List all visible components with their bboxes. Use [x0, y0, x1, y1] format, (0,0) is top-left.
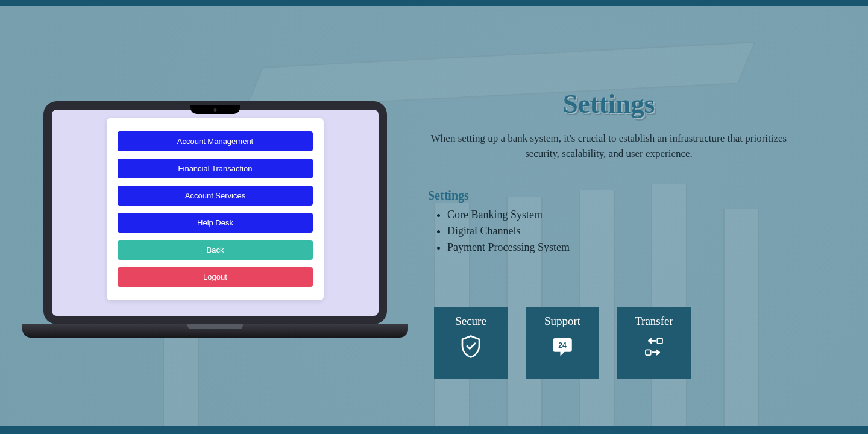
support-card: Support 24: [526, 307, 599, 379]
svg-point-5: [652, 351, 653, 353]
help-desk-button[interactable]: Help Desk: [118, 213, 313, 233]
list-item: Digital Channels: [447, 225, 790, 237]
card-title: Transfer: [635, 315, 673, 328]
logout-button[interactable]: Logout: [118, 267, 313, 287]
laptop-base: [22, 324, 408, 338]
list-item: Core Banking System: [447, 209, 790, 221]
feature-cards-row: Secure Support 24 Transfer: [434, 307, 691, 379]
card-title: Secure: [455, 315, 486, 328]
account-management-button[interactable]: Account Management: [118, 131, 313, 151]
laptop-notch: [190, 105, 240, 114]
back-button[interactable]: Back: [118, 240, 313, 260]
list-item: Payment Processing System: [447, 241, 790, 254]
laptop-bezel: Account Management Financial Transaction…: [43, 101, 387, 324]
financial-transaction-button[interactable]: Financial Transaction: [118, 159, 313, 178]
card-title: Support: [544, 315, 580, 328]
svg-point-3: [652, 340, 654, 342]
settings-section-title: Settings: [428, 189, 790, 203]
transfer-card: Transfer: [617, 307, 691, 379]
transfer-icon: [641, 334, 667, 362]
laptop-mockup: Account Management Financial Transaction…: [43, 101, 387, 338]
svg-rect-1: [657, 338, 662, 344]
settings-info-column: Settings When setting up a bank system, …: [428, 88, 790, 257]
account-services-button[interactable]: Account Services: [118, 186, 313, 206]
secure-card: Secure: [434, 307, 508, 379]
svg-rect-2: [646, 350, 651, 355]
support-24-icon: 24: [550, 334, 575, 362]
svg-point-4: [655, 340, 656, 342]
page-description: When setting up a bank system, it's cruc…: [428, 131, 790, 161]
settings-bullets: Core Banking System Digital Channels Pay…: [428, 209, 790, 254]
top-accent-bar: [0, 0, 868, 6]
svg-point-6: [654, 351, 656, 353]
page-title: Settings: [428, 88, 790, 119]
laptop-screen: Account Management Financial Transaction…: [52, 110, 379, 316]
settings-menu-panel: Account Management Financial Transaction…: [107, 118, 324, 300]
svg-text:24: 24: [558, 341, 567, 350]
shield-check-icon: [458, 334, 483, 362]
bottom-accent-bar: [0, 426, 868, 434]
